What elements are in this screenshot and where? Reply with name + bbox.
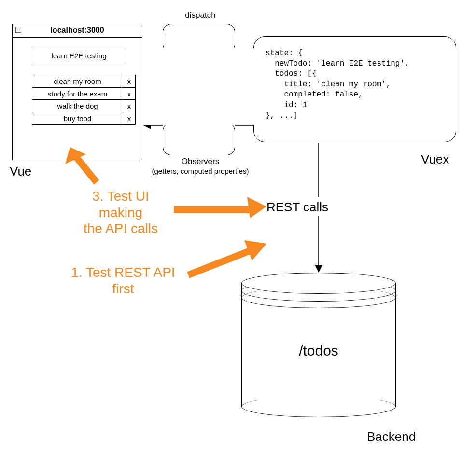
delete-todo-button[interactable]: x (123, 75, 135, 87)
todo-row: buy food x (32, 112, 136, 125)
rest-calls-label: REST calls (266, 200, 328, 215)
annotation-step1: 1. Test REST APIfirst (60, 264, 186, 297)
delete-todo-button[interactable]: x (123, 112, 135, 124)
arrow-step1-icon (188, 240, 266, 275)
vue-label: Vue (10, 164, 31, 179)
observers-label: Observers (getters, computed properties) (150, 157, 251, 176)
vuex-label: Vuex (421, 152, 449, 167)
delete-todo-button[interactable]: x (123, 88, 135, 100)
vuex-code: state: { newTodo: 'learn E2E testing', t… (266, 48, 444, 121)
browser-title: localhost:3000 (13, 26, 142, 35)
todo-title: walk the dog (32, 100, 123, 112)
todo-title: buy food (32, 112, 123, 124)
todo-list: clean my room x study for the exam x wal… (32, 75, 136, 125)
database-endpoint-label: /todos (241, 343, 396, 359)
dispatch-label: dispatch (183, 11, 217, 20)
todo-row: walk the dog x (32, 99, 136, 112)
todo-title: clean my room (32, 75, 123, 87)
todo-title: study for the exam (32, 88, 123, 100)
observers-sub: (getters, computed properties) (152, 167, 249, 175)
backend-database: /todos (241, 273, 396, 417)
backend-label: Backend (367, 429, 416, 444)
arrow-step3-right-icon (174, 197, 266, 218)
vuex-state-box: state: { newTodo: 'learn E2E testing', t… (253, 36, 456, 142)
svg-marker-11 (247, 197, 266, 218)
todo-row: clean my room x (32, 75, 136, 88)
vue-browser-window: – localhost:3000 learn E2E testing clean… (12, 24, 142, 160)
flow-mask (143, 48, 255, 125)
observers-title: Observers (182, 157, 219, 166)
annotation-step3: 3. Test UImakingthe API calls (68, 188, 174, 237)
delete-todo-button[interactable]: x (123, 100, 135, 112)
browser-header: – localhost:3000 (13, 24, 142, 38)
svg-marker-13 (244, 240, 266, 260)
todo-row: study for the exam x (32, 87, 136, 100)
new-todo-input[interactable]: learn E2E testing (32, 50, 126, 62)
observers-flow-shape (163, 123, 235, 155)
svg-line-12 (188, 248, 256, 275)
